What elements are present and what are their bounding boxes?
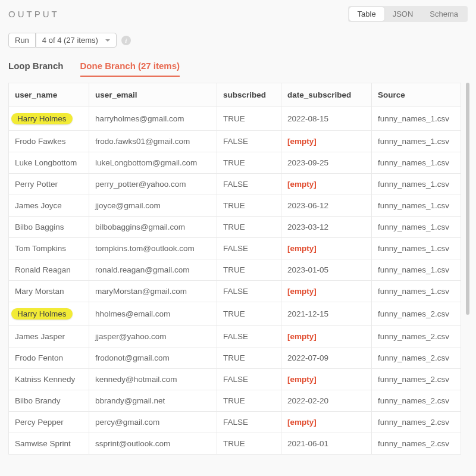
scroll-thumb[interactable] [466, 83, 469, 315]
cell-date-subscribed[interactable]: [empty] [281, 131, 372, 152]
cell-user-name[interactable]: James Joyce [9, 195, 89, 217]
cell-subscribed[interactable]: FALSE [217, 326, 281, 347]
cell-date-subscribed[interactable]: [empty] [281, 281, 372, 302]
tab-loop-branch[interactable]: Loop Branch [8, 58, 64, 76]
cell-source[interactable]: funny_names_1.csv [372, 217, 461, 238]
cell-date-subscribed[interactable]: 2022-07-09 [281, 347, 372, 369]
cell-source[interactable]: funny_names_1.csv [372, 281, 461, 302]
table-row[interactable]: Bilbo Bagginsbilbobaggins@gmail.comTRUE2… [9, 217, 461, 238]
cell-date-subscribed[interactable]: [empty] [281, 238, 372, 259]
cell-subscribed[interactable]: TRUE [217, 347, 281, 369]
table-row[interactable]: Tom Tompkinstompkins.tom@outlook.comFALS… [9, 238, 461, 259]
cell-subscribed[interactable]: FALSE [217, 281, 281, 302]
cell-subscribed[interactable]: TRUE [217, 107, 281, 131]
cell-subscribed[interactable]: TRUE [217, 152, 281, 174]
cell-source[interactable]: funny_names_2.csv [372, 302, 461, 326]
cell-date-subscribed[interactable]: 2023-09-25 [281, 152, 372, 174]
table-row[interactable]: Frodo Fentonfrodonot@gmail.comTRUE2022-0… [9, 347, 461, 369]
cell-date-subscribed[interactable]: 2023-06-12 [281, 195, 372, 217]
cell-date-subscribed[interactable]: 2022-02-20 [281, 390, 372, 412]
cell-date-subscribed[interactable]: [empty] [281, 174, 372, 195]
table-row[interactable]: Percy Pepperpercy@gmail.comFALSE[empty]f… [9, 412, 461, 433]
run-button[interactable]: Run [8, 33, 36, 48]
cell-user-name[interactable]: Ronald Reagan [9, 259, 89, 281]
table-row[interactable]: Katniss Kennedykennedy@hotmail.comFALSE[… [9, 369, 461, 390]
table-row[interactable]: James Jasperjjasper@yahoo.comFALSE[empty… [9, 326, 461, 347]
cell-user-email[interactable]: jjoyce@gmail.com [89, 195, 217, 217]
cell-subscribed[interactable]: TRUE [217, 302, 281, 326]
cell-user-name[interactable]: Frodo Fawkes [9, 131, 89, 152]
cell-user-email[interactable]: bbrandy@gmail.net [89, 390, 217, 412]
table-row[interactable]: James Joycejjoyce@gmail.comTRUE2023-06-1… [9, 195, 461, 217]
cell-date-subscribed[interactable]: [empty] [281, 326, 372, 347]
column-header-source[interactable]: Source [372, 83, 461, 107]
cell-user-name[interactable]: James Jasper [9, 326, 89, 347]
cell-user-email[interactable]: lukeLongbottom@gmail.com [89, 152, 217, 174]
tab-schema[interactable]: Schema [421, 7, 466, 21]
cell-subscribed[interactable]: TRUE [217, 390, 281, 412]
cell-subscribed[interactable]: TRUE [217, 259, 281, 281]
cell-user-name[interactable]: Perry Potter [9, 174, 89, 195]
column-header-date-subscribed[interactable]: date_subscribed [281, 83, 372, 107]
table-row[interactable]: Perry Potterperry_potter@yahoo.comFALSE[… [9, 174, 461, 195]
cell-user-email[interactable]: frodo.fawks01@gmail.com [89, 131, 217, 152]
tab-json[interactable]: JSON [384, 7, 422, 21]
cell-date-subscribed[interactable]: 2023-03-12 [281, 217, 372, 238]
cell-date-subscribed[interactable]: 2021-12-15 [281, 302, 372, 326]
cell-user-email[interactable]: tompkins.tom@outlook.com [89, 238, 217, 259]
cell-user-name[interactable]: Bilbo Brandy [9, 390, 89, 412]
cell-subscribed[interactable]: TRUE [217, 195, 281, 217]
tab-table[interactable]: Table [349, 7, 384, 21]
cell-source[interactable]: funny_names_1.csv [372, 174, 461, 195]
cell-user-name[interactable]: Percy Pepper [9, 412, 89, 433]
column-header-user-name[interactable]: user_name [9, 83, 89, 107]
info-icon[interactable]: i [121, 36, 131, 45]
cell-source[interactable]: funny_names_1.csv [372, 107, 461, 131]
column-header-subscribed[interactable]: subscribed [217, 83, 281, 107]
cell-user-name[interactable]: Tom Tompkins [9, 238, 89, 259]
cell-subscribed[interactable]: TRUE [217, 217, 281, 238]
cell-subscribed[interactable]: TRUE [217, 433, 281, 455]
cell-user-email[interactable]: jjasper@yahoo.com [89, 326, 217, 347]
table-row[interactable]: Ronald Reaganronald.reagan@gmail.comTRUE… [9, 259, 461, 281]
cell-user-email[interactable]: hholmes@email.com [89, 302, 217, 326]
cell-date-subscribed[interactable]: 2022-08-15 [281, 107, 372, 131]
tab-done-branch[interactable]: Done Branch (27 items) [80, 58, 180, 77]
cell-source[interactable]: funny_names_1.csv [372, 152, 461, 174]
cell-source[interactable]: funny_names_1.csv [372, 259, 461, 281]
cell-user-name[interactable]: Mary Morstan [9, 281, 89, 302]
cell-user-name[interactable]: Katniss Kennedy [9, 369, 89, 390]
table-row[interactable]: Harry Holmesharryholmes@gmail.comTRUE202… [9, 107, 461, 131]
cell-subscribed[interactable]: FALSE [217, 174, 281, 195]
cell-subscribed[interactable]: FALSE [217, 131, 281, 152]
cell-source[interactable]: funny_names_2.csv [372, 412, 461, 433]
cell-date-subscribed[interactable]: [empty] [281, 369, 372, 390]
table-row[interactable]: Bilbo Brandybbrandy@gmail.netTRUE2022-02… [9, 390, 461, 412]
cell-subscribed[interactable]: FALSE [217, 412, 281, 433]
column-header-user-email[interactable]: user_email [89, 83, 217, 107]
cell-date-subscribed[interactable]: 2023-01-05 [281, 259, 372, 281]
cell-subscribed[interactable]: FALSE [217, 238, 281, 259]
table-row[interactable]: Harry Holmeshholmes@email.comTRUE2021-12… [9, 302, 461, 326]
cell-source[interactable]: funny_names_2.csv [372, 390, 461, 412]
cell-user-email[interactable]: perry_potter@yahoo.com [89, 174, 217, 195]
table-row[interactable]: Mary MorstanmaryMorstan@gmail.comFALSE[e… [9, 281, 461, 302]
cell-user-email[interactable]: bilbobaggins@gmail.com [89, 217, 217, 238]
cell-source[interactable]: funny_names_1.csv [372, 238, 461, 259]
cell-source[interactable]: funny_names_2.csv [372, 369, 461, 390]
cell-source[interactable]: funny_names_2.csv [372, 326, 461, 347]
table-row[interactable]: Samwise Sprintssprint@outlook.comTRUE202… [9, 433, 461, 455]
cell-subscribed[interactable]: FALSE [217, 369, 281, 390]
cell-user-name[interactable]: Samwise Sprint [9, 433, 89, 455]
cell-user-name[interactable]: Harry Holmes [9, 302, 89, 326]
table-row[interactable]: Luke LongbottomlukeLongbottom@gmail.comT… [9, 152, 461, 174]
scrollbar[interactable] [466, 83, 468, 455]
cell-user-name[interactable]: Frodo Fenton [9, 347, 89, 369]
cell-date-subscribed[interactable]: 2021-06-01 [281, 433, 372, 455]
cell-user-email[interactable]: ronald.reagan@gmail.com [89, 259, 217, 281]
cell-user-name[interactable]: Harry Holmes [9, 107, 89, 131]
cell-user-email[interactable]: harryholmes@gmail.com [89, 107, 217, 131]
cell-source[interactable]: funny_names_2.csv [372, 347, 461, 369]
cell-user-name[interactable]: Luke Longbottom [9, 152, 89, 174]
run-select[interactable]: 4 of 4 (27 items) [36, 33, 117, 48]
